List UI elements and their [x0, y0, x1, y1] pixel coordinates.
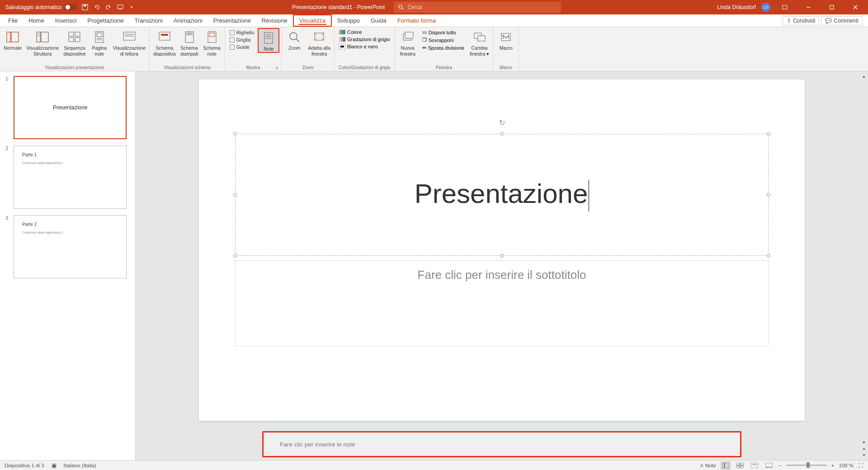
notes-toggle[interactable]: ≡Note: [700, 463, 716, 468]
text-cursor: [589, 180, 589, 212]
macro-button[interactable]: Macro: [495, 28, 517, 51]
group-label-presentation-views: Visualizzazioni presentazione: [2, 64, 147, 71]
fit-to-window-button[interactable]: ⛶: [858, 463, 863, 468]
autosave-toggle[interactable]: Salvataggio automatico: [5, 4, 77, 10]
prev-slide-icon[interactable]: ⏶: [861, 446, 867, 452]
svg-rect-13: [41, 32, 48, 42]
resize-handle[interactable]: [233, 254, 237, 258]
tab-inserisci[interactable]: Inserisci: [50, 14, 82, 27]
user-avatar[interactable]: LD: [761, 3, 770, 12]
spellcheck-icon[interactable]: ▣: [52, 462, 57, 469]
tab-file[interactable]: File: [3, 14, 23, 27]
tab-sviluppo[interactable]: Sviluppo: [332, 14, 365, 27]
toggle-switch-icon[interactable]: [65, 4, 77, 10]
slide-sorter-button[interactable]: Sequenza diapositive: [61, 28, 88, 56]
guides-checkbox[interactable]: Guide: [230, 44, 255, 50]
zoom-icon: [287, 30, 302, 44]
tab-transizioni[interactable]: Transizioni: [129, 14, 168, 27]
reading-view-btn[interactable]: [750, 461, 760, 470]
zoom-out-button[interactable]: −: [778, 463, 782, 468]
color-button[interactable]: Colore: [338, 29, 391, 35]
ruler-checkbox[interactable]: Righello: [230, 30, 255, 35]
title-placeholder[interactable]: ↻ Presentazione: [235, 134, 769, 256]
tab-presentazione[interactable]: Presentazione: [208, 14, 256, 27]
resize-handle[interactable]: [233, 193, 237, 197]
slide-thumbnail-2[interactable]: Parte 1 Contenuto della diapositiva 2: [14, 146, 127, 209]
save-icon[interactable]: [81, 3, 89, 11]
canvas-wrapper[interactable]: ↻ Presentazione Fare clic per inserire i…: [136, 71, 868, 431]
tab-formato-forma[interactable]: Formato forma: [392, 14, 441, 27]
arrange-all-button[interactable]: ▭Disponi tutto: [421, 29, 465, 36]
resize-handle[interactable]: [767, 254, 770, 258]
grayscale-button[interactable]: Gradazioni di grigio: [338, 36, 391, 42]
tab-guida[interactable]: Guida: [365, 14, 392, 27]
share-button[interactable]: ⇪Condividi: [783, 16, 819, 25]
language-indicator[interactable]: Italiano (Italia): [64, 463, 96, 468]
new-window-button[interactable]: Nuova finestra: [397, 28, 419, 56]
tab-revisione[interactable]: Revisione: [256, 14, 293, 27]
subtitle-placeholder[interactable]: Fare clic per inserire il sottotitolo: [235, 260, 769, 346]
gridlines-checkbox[interactable]: Griglia: [230, 37, 255, 42]
rotate-handle-icon[interactable]: ↻: [499, 118, 505, 127]
resize-handle[interactable]: [767, 132, 770, 136]
tab-home[interactable]: Home: [23, 14, 50, 27]
svg-rect-45: [501, 33, 510, 41]
redo-icon[interactable]: [104, 3, 113, 11]
slide-counter[interactable]: Diapositiva 1 di 3: [5, 463, 44, 468]
tab-progettazione[interactable]: Progettazione: [82, 14, 129, 27]
switch-windows-button[interactable]: Cambia finestra ▾: [468, 28, 491, 56]
next-slide-icon[interactable]: ⏷: [861, 452, 867, 458]
tab-animazioni[interactable]: Animazioni: [168, 14, 208, 27]
slide-thumbnail-3[interactable]: Parte 2 Contenuto della diapositiva 3: [14, 215, 127, 278]
zoom-level[interactable]: 108 %: [839, 463, 854, 468]
resize-handle[interactable]: [767, 193, 770, 197]
search-input[interactable]: [407, 4, 557, 10]
outline-view-button[interactable]: Visualizzazione Struttura: [24, 28, 61, 56]
resize-handle[interactable]: [500, 254, 504, 258]
scroll-down-icon[interactable]: ▼: [861, 439, 867, 446]
scroll-up-icon[interactable]: ▲: [861, 73, 867, 80]
comments-button[interactable]: 💬Commenti: [821, 16, 863, 25]
normal-view-btn[interactable]: [721, 461, 731, 470]
user-name[interactable]: Linda Dräusdorf: [717, 4, 756, 10]
group-label-window: Finestra: [397, 64, 491, 71]
svg-rect-51: [741, 466, 744, 468]
notes-master-button[interactable]: Schema note: [201, 28, 223, 56]
notes-page-button[interactable]: Pagina note: [89, 28, 110, 56]
fit-window-button[interactable]: Adatta alla finestra: [306, 28, 332, 56]
svg-rect-19: [75, 38, 80, 42]
minimize-button[interactable]: [799, 0, 817, 14]
vertical-scrollbar[interactable]: ▲ ▼ ⏶ ⏷: [861, 73, 867, 458]
resize-handle[interactable]: [500, 132, 504, 136]
undo-icon[interactable]: [93, 3, 101, 11]
ribbon-display-icon[interactable]: [776, 0, 794, 14]
blackwhite-button[interactable]: Bianco e nero: [338, 43, 391, 50]
notes-button[interactable]: Note: [258, 28, 279, 53]
cascade-button[interactable]: ❐Sovrapponi: [421, 37, 465, 43]
zoom-button[interactable]: Zoom: [283, 28, 305, 51]
show-launcher-icon[interactable]: ⇲: [275, 66, 278, 70]
thumb-subtitle: Contenuto della diapositiva 3: [22, 231, 63, 234]
slide-master-button[interactable]: Schema diapositiva: [151, 28, 178, 56]
reading-view-button[interactable]: Visualizzazione di lettura: [111, 28, 147, 56]
normal-view-button[interactable]: Normale: [2, 28, 24, 51]
slide-thumbnail-1[interactable]: Presentazione: [14, 76, 127, 139]
zoom-in-button[interactable]: +: [831, 463, 835, 468]
slide-title-text[interactable]: Presentazione: [415, 178, 590, 212]
zoom-slider-thumb[interactable]: [807, 462, 810, 468]
close-button[interactable]: [846, 0, 864, 14]
notes-pane[interactable]: Fare clic per inserire le note: [262, 431, 741, 457]
tab-visualizza[interactable]: Visualizza: [293, 14, 332, 27]
handout-master-button[interactable]: Schema stampati: [179, 28, 200, 56]
slideshow-view-btn[interactable]: [764, 461, 774, 470]
resize-handle[interactable]: [233, 132, 237, 136]
slide-canvas[interactable]: ↻ Presentazione Fare clic per inserire i…: [199, 80, 805, 421]
sorter-view-btn[interactable]: [735, 461, 745, 470]
start-slideshow-icon[interactable]: [116, 3, 124, 11]
move-split-button[interactable]: ⇔Sposta divisione: [421, 44, 465, 51]
slide-thumbnail-panel[interactable]: 1 Presentazione 2 Parte 1 Contenuto dell…: [0, 71, 136, 460]
maximize-button[interactable]: [823, 0, 841, 14]
qat-dropdown-icon[interactable]: ▾: [128, 3, 136, 11]
search-box[interactable]: [394, 2, 561, 13]
zoom-slider[interactable]: [786, 465, 827, 466]
